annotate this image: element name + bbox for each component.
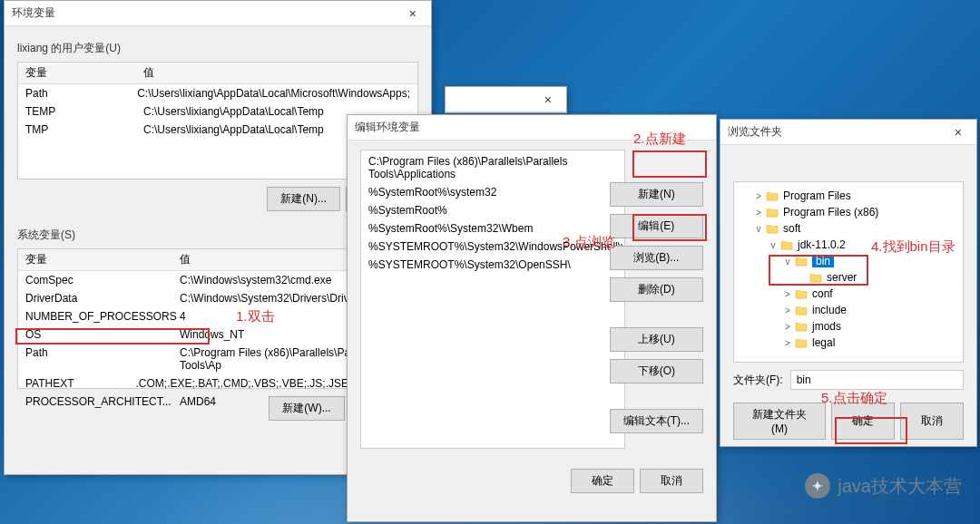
chevron-icon[interactable]: v <box>781 257 794 267</box>
close-icon[interactable]: × <box>537 92 559 107</box>
small-window[interactable]: × <box>445 86 567 113</box>
folder-icon <box>794 255 808 267</box>
move-up-button[interactable]: 上移(U) <box>610 327 703 352</box>
dialog-title: 浏览文件夹 <box>728 124 782 140</box>
ok-button[interactable]: 确定 <box>831 403 895 440</box>
chevron-icon[interactable]: > <box>781 322 794 332</box>
ok-button[interactable]: 确定 <box>571 469 634 493</box>
list-item[interactable]: %SystemRoot%\system32 <box>367 183 619 201</box>
titlebar[interactable]: 浏览文件夹 × <box>720 120 976 145</box>
folder-tree[interactable]: >Program Files>Program Files (x86)vsoftv… <box>733 181 964 363</box>
tree-item[interactable]: vbin <box>738 253 959 269</box>
folder-icon <box>765 206 779 218</box>
list-item[interactable]: %SYSTEMROOT%\System32\WindowsPowerShell\… <box>367 238 619 256</box>
chevron-icon[interactable]: v <box>752 224 765 234</box>
tree-item[interactable]: vsoft <box>738 220 959 237</box>
chevron-icon[interactable]: > <box>752 208 765 218</box>
list-item[interactable]: C:\Program Files (x86)\Parallels\Paralle… <box>367 152 619 183</box>
dialog-title: 编辑环境变量 <box>355 120 420 135</box>
wechat-icon: ✦ <box>805 473 830 499</box>
tree-item[interactable]: >include <box>738 302 959 318</box>
chevron-icon[interactable]: > <box>781 338 794 348</box>
tree-item[interactable]: >legal <box>738 335 959 351</box>
new-user-var-button[interactable]: 新建(N)... <box>267 187 340 211</box>
move-down-button[interactable]: 下移(O) <box>610 359 703 383</box>
watermark-text: java技术大本营 <box>838 474 962 499</box>
chevron-icon[interactable]: > <box>781 289 794 299</box>
browse-button[interactable]: 浏览(B)... <box>610 246 703 270</box>
dialog-title: 环境变量 <box>12 5 55 21</box>
folder-icon <box>779 238 794 251</box>
chevron-icon[interactable]: v <box>767 240 779 250</box>
folder-label: 文件夹(F): <box>733 373 783 388</box>
chevron-icon[interactable]: > <box>752 191 765 201</box>
col-value: 值 <box>136 63 417 83</box>
list-item[interactable]: %SystemRoot% <box>367 201 619 219</box>
folder-input[interactable]: bin <box>790 370 964 390</box>
tree-item[interactable]: server <box>738 269 959 286</box>
folder-icon <box>794 304 808 316</box>
edit-button[interactable]: 编辑(E) <box>610 214 703 238</box>
titlebar[interactable]: 编辑环境变量 <box>348 115 716 141</box>
browse-folder-dialog[interactable]: 浏览文件夹 × >Program Files>Program Files (x8… <box>720 119 977 447</box>
close-icon[interactable]: × <box>402 6 424 21</box>
table-row[interactable]: PathC:\Users\lixiang\AppData\Local\Micro… <box>18 84 417 102</box>
cancel-button[interactable]: 取消 <box>640 469 703 493</box>
path-list[interactable]: C:\Program Files (x86)\Parallels\Paralle… <box>360 150 625 449</box>
folder-icon <box>794 320 808 333</box>
edit-text-button[interactable]: 编辑文本(T)... <box>610 409 703 433</box>
tree-item[interactable]: >Program Files <box>738 188 959 204</box>
folder-icon <box>765 189 779 202</box>
col-variable: 变量 <box>18 63 136 83</box>
user-vars-label: lixiang 的用户变量(U) <box>17 41 418 56</box>
tree-item[interactable]: >conf <box>738 286 959 302</box>
folder-icon <box>808 271 823 284</box>
tree-item[interactable]: vjdk-11.0.2 <box>738 237 959 253</box>
folder-icon <box>794 336 808 349</box>
new-button[interactable]: 新建(N) <box>610 182 703 207</box>
new-folder-button[interactable]: 新建文件夹(M) <box>733 403 826 440</box>
tree-item[interactable]: >Program Files (x86) <box>738 204 959 220</box>
watermark: ✦ java技术大本营 <box>805 473 962 499</box>
col-variable: 变量 <box>18 249 172 270</box>
list-item[interactable]: %SystemRoot%\System32\Wbem <box>367 219 619 238</box>
tree-item[interactable]: >jmods <box>738 318 959 335</box>
chevron-icon[interactable]: > <box>781 306 794 315</box>
folder-icon <box>765 222 779 235</box>
titlebar[interactable]: 环境变量 × <box>5 1 431 26</box>
edit-env-var-dialog[interactable]: 编辑环境变量 C:\Program Files (x86)\Parallels\… <box>347 114 717 522</box>
close-icon[interactable]: × <box>947 125 969 140</box>
list-item[interactable]: %SYSTEMROOT%\System32\OpenSSH\ <box>367 256 619 274</box>
folder-icon <box>794 287 808 300</box>
cancel-button[interactable]: 取消 <box>900 403 964 440</box>
delete-button[interactable]: 删除(D) <box>610 277 703 302</box>
